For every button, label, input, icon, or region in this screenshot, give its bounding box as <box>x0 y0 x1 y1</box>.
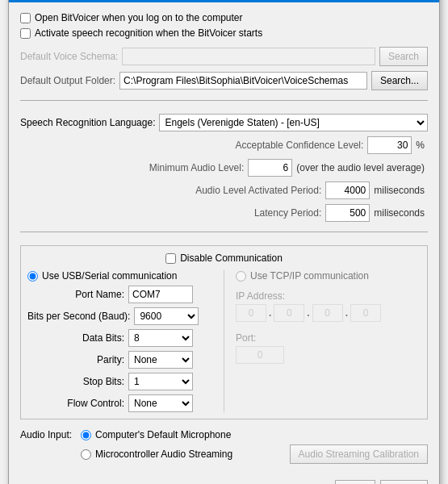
ip-dot-1: . <box>269 307 271 319</box>
stop-bits-row: Stop Bits: 1 <box>27 373 212 390</box>
disable-comm-row: Disable Communication <box>165 252 283 264</box>
micro-streaming-radio[interactable] <box>81 449 91 460</box>
stop-bits-select[interactable]: 1 <box>128 373 193 390</box>
audio-calibration-button: Audio Streaming Calibration <box>290 444 428 464</box>
audio-input-label: Audio Input: <box>20 429 77 440</box>
baud-label: Bits per Second (Baud): <box>27 311 130 322</box>
activate-speech-checkbox[interactable] <box>20 28 31 39</box>
min-audio-input[interactable] <box>248 159 292 177</box>
port-label: Port: <box>236 332 421 344</box>
default-mic-label: Computer's Default Microphone <box>95 429 231 440</box>
output-folder-search-button[interactable]: Search... <box>371 71 428 90</box>
port-name-row: Port Name: <box>27 286 212 303</box>
min-audio-unit: (over the audio level average) <box>296 162 425 173</box>
confidence-input[interactable] <box>367 136 412 154</box>
min-audio-row: Minimum Audio Level: (over the audio lev… <box>20 159 428 177</box>
tcp-radio-row: Use TCP/IP communication <box>236 270 421 282</box>
audio-section: Audio Input: Computer's Default Micropho… <box>20 429 428 464</box>
speech-lang-label: Speech Recognition Language: <box>20 117 155 128</box>
voice-schema-row: Default Voice Schema: Search <box>20 47 428 66</box>
confidence-row: Acceptable Confidence Level: % <box>20 136 428 154</box>
flow-control-select[interactable]: None <box>128 394 193 412</box>
voice-schema-input <box>122 48 375 65</box>
ip-input-4 <box>350 304 381 322</box>
ip-input-3 <box>312 304 343 322</box>
output-folder-row: Default Output Folder: Search... <box>20 71 428 90</box>
port-section: Port: <box>236 332 421 364</box>
micro-streaming-label: Microcontroller Audio Streaming <box>95 449 232 460</box>
usb-label: Use USB/Serial communication <box>42 270 177 282</box>
default-mic-radio[interactable] <box>81 430 91 440</box>
cancel-button[interactable]: Cancel <box>380 480 428 484</box>
ip-label: IP Address: <box>236 290 421 302</box>
usb-radio[interactable] <box>27 271 38 282</box>
open-bitvoicer-label: Open BitVoicer when you log on to the co… <box>35 12 243 23</box>
audio-period-label: Audio Level Activated Period: <box>195 185 321 196</box>
open-bitvoicer-row: Open BitVoicer when you log on to the co… <box>20 12 428 23</box>
confidence-label: Acceptable Confidence Level: <box>236 140 364 151</box>
vertical-divider <box>224 270 224 412</box>
ip-row: . . . <box>236 304 421 322</box>
latency-label: Latency Period: <box>254 207 321 219</box>
preferences-dialog: Preferences ✕ Open BitVoicer when you lo… <box>8 0 440 484</box>
audio-period-row: Audio Level Activated Period: milisecond… <box>20 182 428 199</box>
tcp-ip-section: Use TCP/IP communication IP Address: . .… <box>236 270 421 412</box>
speech-lang-row: Speech Recognition Language: Engels (Ver… <box>20 114 428 131</box>
flow-control-row: Flow Control: None <box>27 394 212 412</box>
tcp-radio[interactable] <box>236 271 246 282</box>
stop-bits-label: Stop Bits: <box>27 376 124 387</box>
top-checkboxes-section: Open BitVoicer when you log on to the co… <box>20 12 428 39</box>
tcp-label: Use TCP/IP communication <box>250 270 369 282</box>
audio-default-row: Audio Input: Computer's Default Micropho… <box>20 429 428 440</box>
dialog-body: Open BitVoicer when you log on to the co… <box>9 2 439 474</box>
min-audio-label: Minimum Audio Level: <box>149 162 244 173</box>
confidence-unit: % <box>416 140 425 151</box>
audio-streaming-row: Microcontroller Audio Streaming Audio St… <box>20 444 428 464</box>
port-name-label: Port Name: <box>27 289 124 300</box>
ip-input-2 <box>274 304 304 322</box>
parity-select[interactable]: None <box>128 351 193 369</box>
latency-input[interactable] <box>325 204 370 222</box>
latency-unit: miliseconds <box>374 207 425 219</box>
flow-control-label: Flow Control: <box>27 398 124 409</box>
save-button[interactable]: Save <box>335 480 375 484</box>
port-name-input[interactable] <box>128 286 193 303</box>
activate-speech-row: Activate speech recognition when the Bit… <box>20 27 428 39</box>
data-bits-select[interactable]: 8 <box>128 329 193 347</box>
audio-period-unit: miliseconds <box>374 185 425 196</box>
speech-lang-select[interactable]: Engels (Verenigde Staten) - [en-US] <box>159 114 428 131</box>
data-bits-label: Data Bits: <box>27 332 124 344</box>
divider-1 <box>20 100 428 101</box>
usb-serial-section: Use USB/Serial communication Port Name: … <box>27 270 212 412</box>
ip-input-1 <box>236 304 266 322</box>
divider-2 <box>20 232 428 232</box>
disable-comm-checkbox[interactable] <box>165 253 176 264</box>
ip-dot-2: . <box>307 307 309 319</box>
disable-comm-header: Disable Communication <box>27 252 421 264</box>
communication-section: Disable Communication Use USB/Serial com… <box>20 245 428 419</box>
audio-period-input[interactable] <box>325 182 370 199</box>
port-input <box>236 346 284 364</box>
ip-dot-3: . <box>345 307 348 319</box>
baud-row: Bits per Second (Baud): 9600 <box>27 307 212 325</box>
comm-cols: Use USB/Serial communication Port Name: … <box>27 270 421 412</box>
parity-row: Parity: None <box>27 351 212 369</box>
usb-radio-row: Use USB/Serial communication <box>27 270 212 282</box>
baud-select[interactable]: 9600 <box>134 307 199 325</box>
voice-schema-label: Default Voice Schema: <box>20 51 118 62</box>
ip-section: IP Address: . . . <box>236 290 421 322</box>
latency-row: Latency Period: miliseconds <box>20 204 428 222</box>
parity-label: Parity: <box>27 354 124 365</box>
activate-speech-label: Activate speech recognition when the Bit… <box>35 27 262 39</box>
open-bitvoicer-checkbox[interactable] <box>20 13 31 23</box>
disable-comm-label: Disable Communication <box>180 252 283 264</box>
bottom-buttons: Save Cancel <box>9 474 439 484</box>
voice-schema-search-button: Search <box>379 47 428 66</box>
output-folder-label: Default Output Folder: <box>20 75 115 86</box>
data-bits-row: Data Bits: 8 <box>27 329 212 347</box>
output-folder-input[interactable] <box>119 72 367 90</box>
